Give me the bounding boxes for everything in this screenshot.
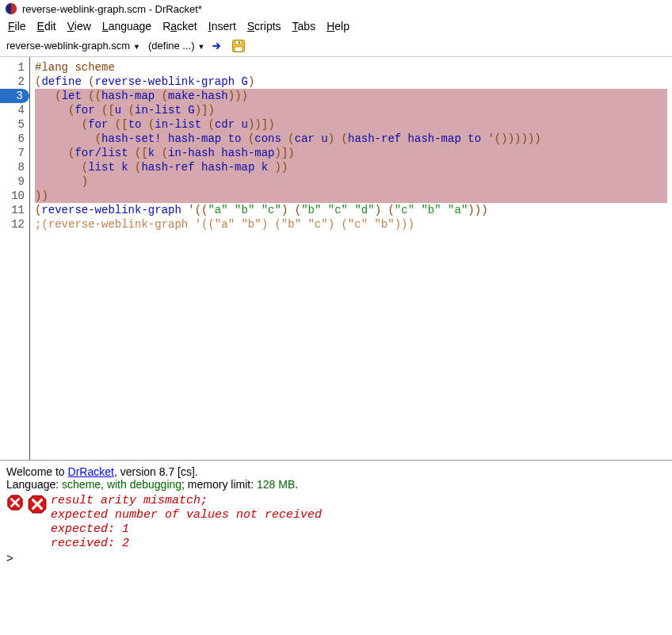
code-line[interactable]: )) — [35, 189, 667, 203]
drracket-link[interactable]: DrRacket — [68, 465, 114, 478]
code-line[interactable]: #lang scheme — [35, 60, 667, 75]
line-number: 11 — [0, 203, 29, 217]
code-line[interactable]: ) — [35, 174, 667, 189]
save-icon[interactable] — [231, 39, 246, 53]
language-value: scheme, with debugging — [62, 478, 181, 491]
menu-view[interactable]: View — [67, 20, 91, 33]
welcome-prefix: Welcome to — [6, 465, 68, 478]
menu-insert[interactable]: Insert — [208, 20, 236, 33]
definitions-label: (define ...) — [148, 40, 195, 52]
error-text: result arity mismatch; expected number o… — [51, 494, 322, 551]
error-line: expected number of values not received — [51, 508, 322, 522]
line-number: 6 — [0, 132, 29, 146]
line-number-gutter: 123456789101112 — [0, 57, 30, 460]
drracket-logo-icon — [5, 2, 17, 15]
line-number: 2 — [0, 75, 29, 89]
line-number: 8 — [0, 160, 29, 174]
language-prefix: Language: — [6, 478, 62, 491]
welcome-suffix: , version 8.7 [cs]. — [114, 465, 198, 478]
chevron-down-icon: ▼ — [133, 43, 140, 51]
menu-edit[interactable]: Edit — [37, 20, 56, 33]
line-number: 9 — [0, 174, 29, 189]
code-line[interactable]: (for/list ([k (in-hash hash-map)]) — [35, 146, 667, 160]
line-number: 10 — [0, 189, 29, 203]
code-line[interactable]: (hash-set! hash-map to (cons (car u) (ha… — [35, 132, 667, 146]
code-line[interactable]: (reverse-weblink-graph '(("a" "b" "c") (… — [35, 203, 667, 217]
error-line: expected: 1 — [51, 522, 322, 537]
definitions-dropdown[interactable]: (define ...)▼ — [148, 40, 204, 52]
code-area[interactable]: #lang scheme(define (reverse-weblink-gra… — [30, 57, 672, 460]
code-line[interactable]: (for ([to (in-list (cdr u))]) — [35, 117, 667, 132]
filename-label: reverse-weblink-graph.scm — [6, 40, 130, 52]
svg-rect-5 — [235, 47, 242, 52]
line-number: 3 — [0, 89, 29, 103]
code-line[interactable]: ;(reverse-weblink-graph '(("a" "b") ("b"… — [35, 217, 667, 231]
chevron-down-icon: ▼ — [198, 43, 205, 51]
menubar: File Edit View Language Racket Insert Sc… — [0, 17, 672, 35]
code-line[interactable]: (let ((hash-map (make-hash))) — [35, 89, 667, 103]
repl-language-line: Language: scheme, with debugging; memory… — [6, 478, 666, 491]
menu-file[interactable]: File — [8, 20, 26, 33]
run-arrow-icon[interactable] — [212, 40, 223, 52]
code-line[interactable]: (list k (hash-ref hash-map k )) — [35, 160, 667, 174]
menu-language[interactable]: Language — [102, 20, 151, 33]
repl-pane[interactable]: Welcome to DrRacket, version 8.7 [cs]. L… — [0, 461, 672, 635]
line-number: 5 — [0, 117, 29, 132]
memlimit-value: 128 MB — [257, 478, 295, 491]
repl-prompt[interactable]: > — [6, 553, 666, 566]
error-stop-icon[interactable] — [6, 494, 24, 514]
error-stop-icon[interactable] — [27, 494, 48, 517]
editor[interactable]: 123456789101112 #lang scheme(define (rev… — [0, 57, 672, 461]
line-number: 1 — [0, 60, 29, 75]
filename-dropdown[interactable]: reverse-weblink-graph.scm▼ — [6, 40, 140, 52]
memlimit-prefix: ; memory limit: — [181, 478, 257, 491]
repl-welcome-line: Welcome to DrRacket, version 8.7 [cs]. — [6, 465, 666, 478]
code-line[interactable]: (define (reverse-weblink-graph G) — [35, 75, 667, 89]
line-number: 4 — [0, 103, 29, 117]
code-line[interactable]: (for ([u (in-list G)]) — [35, 103, 667, 117]
error-line: result arity mismatch; — [51, 494, 322, 508]
menu-scripts[interactable]: Scripts — [247, 20, 281, 33]
memlimit-suffix: . — [295, 478, 298, 491]
window-title: reverse-weblink-graph.scm - DrRacket* — [22, 3, 202, 15]
menu-tabs[interactable]: Tabs — [292, 20, 316, 33]
menu-racket[interactable]: Racket — [162, 20, 197, 33]
menu-help[interactable]: Help — [326, 20, 349, 33]
toolbar: reverse-weblink-graph.scm▼ (define ...)▼ — [0, 35, 672, 57]
titlebar: reverse-weblink-graph.scm - DrRacket* — [0, 0, 672, 17]
line-number: 7 — [0, 146, 29, 160]
error-line: received: 2 — [51, 537, 322, 551]
error-row: result arity mismatch; expected number o… — [6, 494, 666, 551]
line-number: 12 — [0, 217, 29, 231]
svg-rect-4 — [239, 41, 240, 44]
